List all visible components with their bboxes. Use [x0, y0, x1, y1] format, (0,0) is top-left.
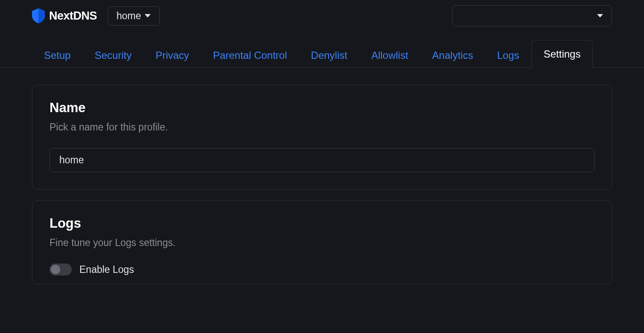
caret-down-icon: [145, 14, 151, 17]
tab-security[interactable]: Security: [83, 43, 144, 67]
tab-settings[interactable]: Settings: [531, 40, 593, 68]
tab-denylist[interactable]: Denylist: [299, 43, 359, 67]
tab-privacy[interactable]: Privacy: [143, 43, 201, 67]
tab-logs[interactable]: Logs: [485, 43, 531, 67]
profile-selector-value: home: [117, 10, 141, 22]
logs-title: Logs: [50, 216, 594, 231]
enable-logs-label: Enable Logs: [79, 264, 134, 275]
name-description: Pick a name for this profile.: [50, 122, 594, 133]
logo[interactable]: NextDNS: [32, 8, 97, 23]
tab-parental-control[interactable]: Parental Control: [201, 43, 299, 67]
name-card: Name Pick a name for this profile.: [32, 85, 612, 190]
tab-allowlist[interactable]: Allowlist: [359, 43, 420, 67]
account-selector[interactable]: [452, 5, 612, 26]
shield-icon: [32, 8, 45, 23]
name-title: Name: [50, 100, 594, 116]
logs-description: Fine tune your Logs settings.: [50, 237, 594, 249]
enable-logs-row: Enable Logs: [50, 264, 594, 275]
tabs: Setup Security Privacy Parental Control …: [0, 40, 644, 68]
caret-down-icon: [597, 14, 603, 17]
header-left: NextDNS home: [32, 6, 160, 26]
profile-name-input[interactable]: [50, 148, 594, 172]
enable-logs-toggle[interactable]: [50, 264, 72, 275]
tab-setup[interactable]: Setup: [32, 43, 83, 67]
logs-card: Logs Fine tune your Logs settings. Enabl…: [32, 200, 612, 284]
profile-selector[interactable]: home: [108, 6, 160, 26]
brand-name: NextDNS: [49, 9, 97, 23]
header: NextDNS home: [0, 0, 644, 32]
toggle-knob: [51, 265, 60, 274]
content: Name Pick a name for this profile. Logs …: [0, 68, 644, 312]
tab-analytics[interactable]: Analytics: [420, 43, 485, 67]
